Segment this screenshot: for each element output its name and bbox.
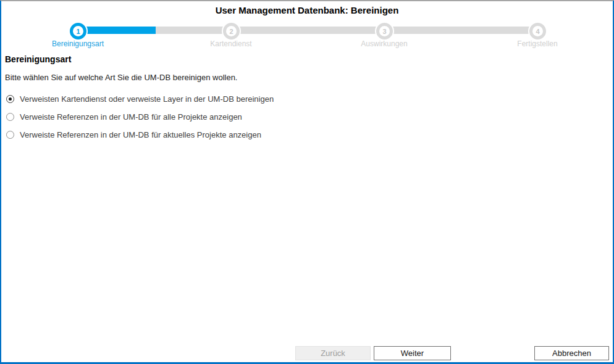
radio-option-label: Verweisten Kartendienst oder verweiste L…: [20, 94, 274, 104]
wizard-dialog: User Management Datenbank: Bereinigen 1 …: [0, 0, 614, 364]
radio-icon-unselected[interactable]: [6, 113, 14, 121]
step-2-indicator: 2: [223, 23, 240, 39]
step-2-number: 2: [229, 28, 233, 35]
radio-option-cleanup-orphaned[interactable]: Verweisten Kartendienst oder verweiste L…: [6, 93, 274, 105]
radio-icon-unselected[interactable]: [6, 131, 14, 139]
instruction-text: Bitte wählen Sie auf welche Art Sie die …: [5, 73, 237, 82]
page-title: Bereinigungsart: [5, 54, 71, 64]
radio-icon-selected[interactable]: [6, 95, 14, 103]
cleanup-option-group: Verweisten Kartendienst oder verweiste L…: [6, 93, 274, 146]
step-1-number: 1: [76, 28, 80, 35]
step-4-indicator: 4: [529, 23, 546, 39]
progress-fill: [77, 27, 156, 34]
radio-option-show-current-project[interactable]: Verweiste Referenzen in der UM-DB für ak…: [6, 128, 274, 141]
radio-option-show-all-projects[interactable]: Verweiste Referenzen in der UM-DB für al…: [6, 110, 274, 123]
dialog-title: User Management Datenbank: Bereinigen: [1, 5, 613, 15]
progress-track: [77, 27, 539, 34]
next-button[interactable]: Weiter: [374, 346, 451, 360]
radio-option-label: Verweiste Referenzen in der UM-DB für al…: [20, 112, 242, 122]
step-3-label: Auswirkungen: [361, 39, 407, 48]
step-2-label: Kartendienst: [210, 39, 251, 48]
step-1-label: Bereinigungsart: [52, 39, 104, 48]
back-button[interactable]: Zurück: [295, 346, 371, 360]
step-4-label: Fertigstellen: [517, 39, 557, 48]
cancel-button[interactable]: Abbrechen: [534, 346, 609, 360]
step-3-number: 3: [382, 28, 386, 35]
step-4-number: 4: [536, 28, 539, 35]
radio-option-label: Verweiste Referenzen in der UM-DB für ak…: [20, 130, 261, 139]
step-3-indicator: 3: [376, 23, 393, 39]
step-1-indicator: 1: [70, 23, 86, 39]
